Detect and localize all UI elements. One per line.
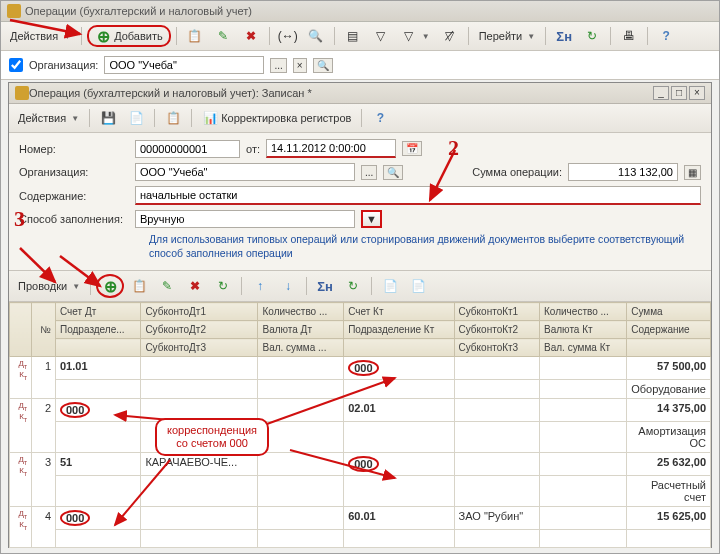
- refresh-button[interactable]: ↻: [579, 25, 605, 47]
- cell-acct-dt[interactable]: 51: [56, 453, 141, 476]
- filter2-button[interactable]: ▽▼: [396, 25, 435, 47]
- delete-row-button[interactable]: ✖: [182, 275, 208, 297]
- cell-desc[interactable]: Расчетный счет: [627, 476, 711, 507]
- cell-subk-dt[interactable]: [141, 357, 258, 380]
- inner-window-title: Операция (бухгалтерский и налоговый учет…: [29, 87, 653, 99]
- refresh2-button[interactable]: ↻: [340, 275, 366, 297]
- cell-acct-dt[interactable]: 000: [56, 507, 141, 530]
- actions-menu[interactable]: Действия ▼: [5, 27, 76, 45]
- add-row-button[interactable]: ⊕: [96, 274, 124, 298]
- korrect-button[interactable]: 📊Корректировка регистров: [197, 107, 356, 129]
- sum-calc-button[interactable]: ▦: [684, 165, 701, 180]
- help-button[interactable]: ?: [653, 25, 679, 47]
- col-qty-kt[interactable]: Количество ...: [540, 303, 627, 321]
- entries-grid[interactable]: № Счет Дт СубконтоДт1 Количество ... Сче…: [9, 302, 711, 548]
- print-button[interactable]: 🖶: [616, 25, 642, 47]
- sigma-button[interactable]: Σн: [551, 25, 577, 47]
- clear-filter-button[interactable]: ▽̸: [437, 25, 463, 47]
- edit-button[interactable]: ✎: [210, 25, 236, 47]
- cell-sum[interactable]: 14 375,00: [627, 399, 711, 422]
- table-row-sub[interactable]: Оборудование: [10, 380, 711, 399]
- fill-mode-input[interactable]: [135, 210, 355, 228]
- cell-desc[interactable]: [627, 530, 711, 548]
- edit-row-button[interactable]: ✎: [154, 275, 180, 297]
- org-clear-button[interactable]: ×: [293, 58, 307, 73]
- cell-sum[interactable]: 57 500,00: [627, 357, 711, 380]
- col-subk-dt1[interactable]: СубконтоДт1: [141, 303, 258, 321]
- cell-subk-kt[interactable]: [454, 357, 540, 380]
- number-input[interactable]: [135, 140, 240, 158]
- table-row-sub[interactable]: [10, 530, 711, 548]
- move-up-button[interactable]: ↑: [247, 275, 273, 297]
- sigma-button[interactable]: Σн: [312, 275, 338, 297]
- copy-button[interactable]: 📋: [182, 25, 208, 47]
- save-button[interactable]: 💾: [95, 107, 121, 129]
- filter-button[interactable]: ▽: [368, 25, 394, 47]
- sum-input[interactable]: [568, 163, 678, 181]
- date-input[interactable]: [266, 139, 396, 158]
- copy-row-button[interactable]: 📋: [126, 275, 152, 297]
- tree-button[interactable]: ▤: [340, 25, 366, 47]
- content-input[interactable]: [135, 186, 701, 205]
- actions-menu[interactable]: Действия▼: [13, 109, 84, 127]
- table-row[interactable]: ДтКт 3 51 КАРАЧАЕВО-ЧЕ... 000 25 632,00: [10, 453, 711, 476]
- calendar-button[interactable]: 📅: [402, 141, 422, 156]
- entries-label[interactable]: Проводки▼: [13, 277, 85, 295]
- cell-acct-kt[interactable]: 000: [344, 357, 454, 380]
- close-button[interactable]: ×: [689, 86, 705, 100]
- add-button[interactable]: ⊕ Добавить: [87, 25, 171, 47]
- nav-button[interactable]: (↔): [275, 25, 301, 47]
- col-sum[interactable]: Сумма: [627, 303, 711, 321]
- org-filter-label: Организация:: [29, 59, 98, 71]
- cell-acct-dt[interactable]: 01.01: [56, 357, 141, 380]
- cell-desc[interactable]: Оборудование: [627, 380, 711, 399]
- cell-subk-dt[interactable]: КАРАЧАЕВО-ЧЕ...: [141, 453, 258, 476]
- table-row-sub[interactable]: Расчетный счет: [10, 476, 711, 507]
- fill-mode-dropdown[interactable]: ▼: [361, 210, 382, 228]
- help-button[interactable]: ?: [367, 107, 393, 129]
- minimize-button[interactable]: _: [653, 86, 669, 100]
- table-row[interactable]: ДтКт 4 000 60.01 ЗАО "Рубин" 15 625,00: [10, 507, 711, 530]
- save-icon: 💾: [100, 110, 116, 126]
- form1-button[interactable]: 📄: [377, 275, 403, 297]
- typical-button[interactable]: 📋: [160, 107, 186, 129]
- delete-button[interactable]: ✖: [238, 25, 264, 47]
- goto-menu[interactable]: Перейти▼: [474, 27, 541, 45]
- col-subk-kt1[interactable]: СубконтоКт1: [454, 303, 540, 321]
- org-open-button[interactable]: 🔍: [383, 165, 403, 180]
- cell-subk-dt[interactable]: [141, 507, 258, 530]
- cell-subk-kt[interactable]: [454, 399, 540, 422]
- table-row[interactable]: ДтКт 2 000 02.01 14 375,00: [10, 399, 711, 422]
- form2-button[interactable]: 📄: [405, 275, 431, 297]
- col-qty-dt[interactable]: Количество ...: [258, 303, 344, 321]
- cell-acct-kt[interactable]: 000: [344, 453, 454, 476]
- col-acct-kt[interactable]: Счет Кт: [344, 303, 454, 321]
- refresh-rows-button[interactable]: ↻: [210, 275, 236, 297]
- post-button[interactable]: 📄: [123, 107, 149, 129]
- move-down-button[interactable]: ↓: [275, 275, 301, 297]
- cell-acct-kt[interactable]: 02.01: [344, 399, 454, 422]
- cell-acct-kt[interactable]: 60.01: [344, 507, 454, 530]
- arrow-down-icon: ↓: [280, 278, 296, 294]
- row-index: 3: [32, 453, 56, 507]
- org-filter-input[interactable]: [104, 56, 264, 74]
- cell-acct-dt[interactable]: 000: [56, 399, 141, 422]
- cell-sum[interactable]: 15 625,00: [627, 507, 711, 530]
- org-open-button[interactable]: 🔍: [313, 58, 333, 73]
- entries-toolbar: Проводки▼ ⊕ 📋 ✎ ✖ ↻ ↑ ↓ Σн ↻ 📄 📄: [9, 271, 711, 302]
- cell-subk-kt[interactable]: ЗАО "Рубин": [454, 507, 540, 530]
- nav-icon: (↔): [280, 28, 296, 44]
- cell-subk-kt[interactable]: [454, 453, 540, 476]
- maximize-button[interactable]: □: [671, 86, 687, 100]
- org-input[interactable]: [135, 163, 355, 181]
- table-row-sub[interactable]: Амортизация ОС: [10, 422, 711, 453]
- table-row[interactable]: ДтКт 1 01.01 000 57 500,00: [10, 357, 711, 380]
- col-acct-dt[interactable]: Счет Дт: [56, 303, 141, 321]
- org-select-button[interactable]: ...: [361, 165, 377, 180]
- cell-sum[interactable]: 25 632,00: [627, 453, 711, 476]
- cell-desc[interactable]: Амортизация ОС: [627, 422, 711, 453]
- org-select-button[interactable]: ...: [270, 58, 286, 73]
- col-num[interactable]: №: [32, 303, 56, 357]
- find-button[interactable]: 🔍: [303, 25, 329, 47]
- org-filter-checkbox[interactable]: [9, 58, 23, 72]
